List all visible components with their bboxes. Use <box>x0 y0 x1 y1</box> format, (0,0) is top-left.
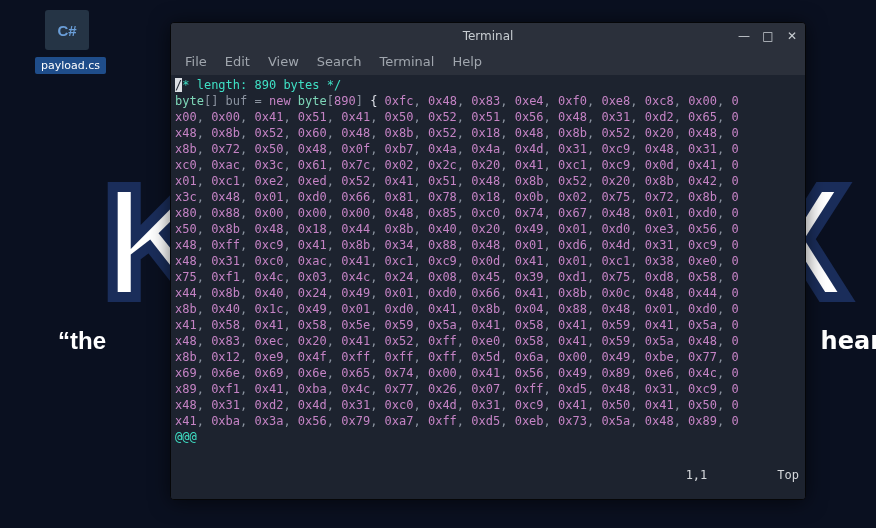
menu-edit[interactable]: Edit <box>225 54 250 69</box>
terminal-text-area[interactable]: /* length: 890 bytes */byte[] buf = new … <box>171 75 805 467</box>
window-close-button[interactable]: ✕ <box>785 29 799 43</box>
window-maximize-button[interactable]: □ <box>761 29 775 43</box>
window-minimize-button[interactable]: — <box>737 29 751 43</box>
menu-help[interactable]: Help <box>452 54 482 69</box>
desktop-file-icon[interactable]: C# payload.cs <box>35 10 99 74</box>
cursor-position: 1,1 <box>686 468 708 482</box>
menu-view[interactable]: View <box>268 54 299 69</box>
window-title: Terminal <box>463 29 514 43</box>
terminal-window: Terminal — □ ✕ File Edit View Search Ter… <box>170 22 806 500</box>
vim-status-line: 1,1 Top <box>171 467 805 483</box>
vim-command-line[interactable] <box>171 483 805 499</box>
menu-search[interactable]: Search <box>317 54 362 69</box>
window-titlebar[interactable]: Terminal — □ ✕ <box>171 23 805 49</box>
scroll-position: Top <box>777 468 799 482</box>
bg-tagline-left: “the <box>58 327 106 355</box>
menu-terminal[interactable]: Terminal <box>379 54 434 69</box>
menu-bar: File Edit View Search Terminal Help <box>171 49 805 75</box>
bg-tagline-right: hear <box>821 327 876 355</box>
menu-file[interactable]: File <box>185 54 207 69</box>
desktop-file-label: payload.cs <box>35 57 106 74</box>
csharp-icon: C# <box>45 10 89 50</box>
